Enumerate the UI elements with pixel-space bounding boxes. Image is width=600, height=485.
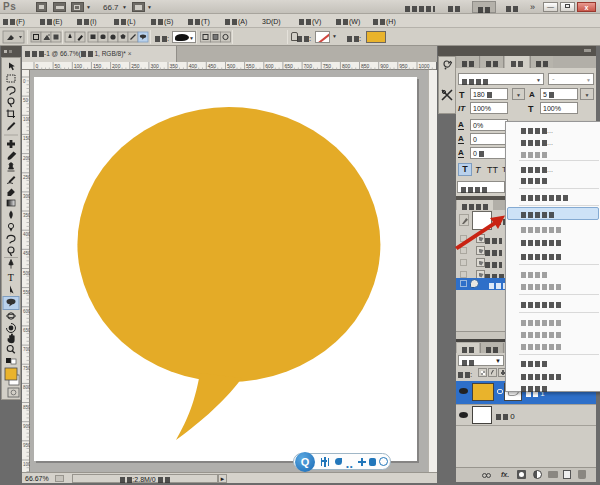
- svg-text:450: 450: [23, 251, 30, 256]
- svg-text:450: 450: [208, 63, 217, 69]
- svg-text:650: 650: [23, 328, 30, 333]
- svg-text:900: 900: [23, 424, 30, 429]
- svg-text:500: 500: [23, 271, 30, 276]
- svg-text:50: 50: [23, 98, 29, 103]
- svg-text:100: 100: [23, 117, 30, 122]
- svg-text:300: 300: [150, 63, 159, 69]
- svg-text:250: 250: [23, 175, 30, 180]
- svg-text:100: 100: [74, 63, 83, 69]
- svg-text:350: 350: [170, 63, 179, 69]
- svg-text:850: 850: [361, 63, 370, 69]
- svg-text:500: 500: [227, 63, 236, 69]
- svg-text:600: 600: [265, 63, 274, 69]
- svg-text:200: 200: [112, 63, 121, 69]
- svg-text:1000: 1000: [23, 462, 30, 467]
- svg-text:950: 950: [399, 63, 408, 69]
- svg-text:600: 600: [23, 309, 30, 314]
- svg-text:950: 950: [23, 443, 30, 448]
- svg-text:700: 700: [23, 347, 30, 352]
- svg-text:350: 350: [23, 213, 30, 218]
- svg-text:900: 900: [380, 63, 389, 69]
- svg-text:150: 150: [23, 136, 30, 141]
- svg-text:550: 550: [246, 63, 255, 69]
- svg-text:300: 300: [23, 194, 30, 199]
- svg-text:T: T: [8, 272, 14, 283]
- svg-text:650: 650: [284, 63, 293, 69]
- svg-text:250: 250: [131, 63, 140, 69]
- svg-text:750: 750: [323, 63, 332, 69]
- svg-text:50: 50: [55, 63, 61, 69]
- svg-text:850: 850: [23, 405, 30, 410]
- svg-text:150: 150: [93, 63, 102, 69]
- svg-text:800: 800: [23, 385, 30, 390]
- svg-text:400: 400: [23, 232, 30, 237]
- svg-text:750: 750: [23, 366, 30, 371]
- svg-text:1000: 1000: [419, 63, 430, 69]
- svg-text:700: 700: [304, 63, 313, 69]
- svg-text:550: 550: [23, 290, 30, 295]
- svg-text:0: 0: [23, 79, 26, 84]
- svg-text:800: 800: [342, 63, 351, 69]
- svg-text:200: 200: [23, 156, 30, 161]
- svg-text:400: 400: [189, 63, 198, 69]
